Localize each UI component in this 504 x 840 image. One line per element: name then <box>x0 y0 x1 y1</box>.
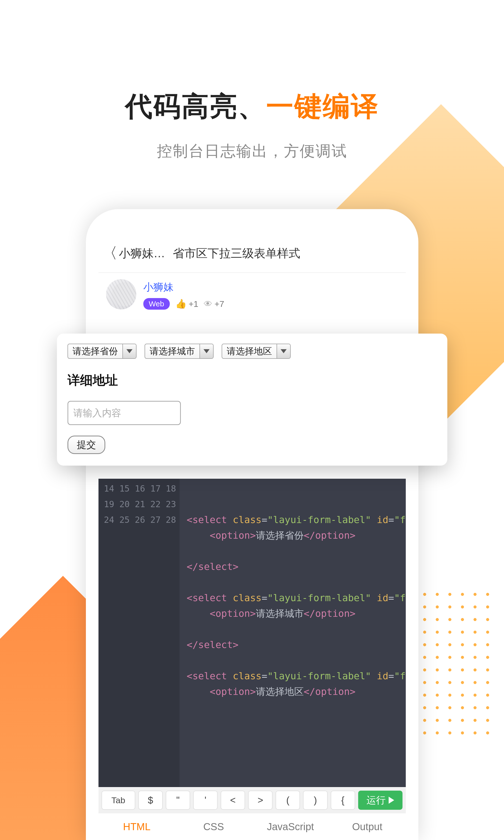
run-button[interactable]: 运行 <box>358 791 403 810</box>
author-row: 小狮妹 Web 👍 +1 👁 +7 <box>98 273 406 319</box>
chevron-down-icon <box>199 344 213 358</box>
topbar: 〈 小狮妹… 省市区下拉三级表单样式 <box>98 227 406 273</box>
tab-css[interactable]: CSS <box>175 821 252 833</box>
key-button[interactable]: > <box>248 791 272 810</box>
code-content[interactable]: <select class="layui-form-label" id="f <… <box>180 479 406 787</box>
select-label: 请选择地区 <box>222 345 276 358</box>
select-row: 请选择省份请选择城市请选择地区 <box>68 344 437 359</box>
back-label[interactable]: 小狮妹… <box>119 246 165 261</box>
code-editor[interactable]: 14 15 16 17 18 19 20 21 22 23 24 25 26 2… <box>98 479 406 787</box>
preview-card: 请选择省份请选择城市请选择地区 详细地址 提交 <box>57 334 447 466</box>
chevron-down-icon <box>122 344 136 358</box>
phone-frame: 〈 小狮妹… 省市区下拉三级表单样式 小狮妹 Web 👍 +1 👁 +7 <box>86 209 418 840</box>
category-badge[interactable]: Web <box>143 298 170 310</box>
detail-address-label: 详细地址 <box>68 372 437 389</box>
detail-address-input[interactable] <box>68 401 181 425</box>
key-button[interactable]: " <box>166 791 190 810</box>
key-button[interactable]: ( <box>275 791 300 810</box>
key-button[interactable]: { <box>331 791 355 810</box>
bottom-tabs: HTMLCSSJavaScriptOutput <box>98 813 406 840</box>
key-button[interactable]: < <box>221 791 245 810</box>
chevron-down-icon <box>276 344 290 358</box>
headline-part1: 代码高亮、 <box>125 91 266 122</box>
eye-icon: 👁 <box>204 299 212 309</box>
line-gutter: 14 15 16 17 18 19 20 21 22 23 24 25 26 2… <box>98 479 180 787</box>
likes-count: +1 <box>188 299 198 309</box>
thumb-icon: 👍 <box>175 299 187 309</box>
page-title: 省市区下拉三级表单样式 <box>173 246 300 261</box>
phone-screen: 〈 小狮妹… 省市区下拉三级表单样式 小狮妹 Web 👍 +1 👁 +7 <box>98 227 406 840</box>
select-dropdown[interactable]: 请选择城市 <box>145 344 214 359</box>
tab-html[interactable]: HTML <box>98 821 175 833</box>
tab-javascript[interactable]: JavaScript <box>252 821 329 833</box>
likes-stat[interactable]: 👍 +1 <box>175 299 198 309</box>
headline: 代码高亮、一键编译 <box>0 88 504 125</box>
select-label: 请选择城市 <box>145 345 199 358</box>
back-icon[interactable]: 〈 <box>102 243 118 264</box>
tab-output[interactable]: Output <box>329 821 406 833</box>
select-dropdown[interactable]: 请选择省份 <box>68 344 137 359</box>
views-stat: 👁 +7 <box>204 299 224 309</box>
key-button[interactable]: ' <box>193 791 218 810</box>
key-button[interactable]: Tab <box>102 791 135 810</box>
key-button[interactable]: $ <box>138 791 163 810</box>
submit-button[interactable]: 提交 <box>68 435 105 454</box>
avatar[interactable] <box>106 279 136 309</box>
views-count: +7 <box>214 299 224 309</box>
select-label: 请选择省份 <box>68 345 122 358</box>
select-dropdown[interactable]: 请选择地区 <box>222 344 291 359</box>
key-button[interactable]: ) <box>303 791 327 810</box>
key-toolbar: Tab$"'<>(){运行 <box>98 788 406 813</box>
subheadline: 控制台日志输出，方便调试 <box>0 141 504 161</box>
author-name[interactable]: 小狮妹 <box>143 280 224 294</box>
headline-part2: 一键编译 <box>266 91 379 122</box>
